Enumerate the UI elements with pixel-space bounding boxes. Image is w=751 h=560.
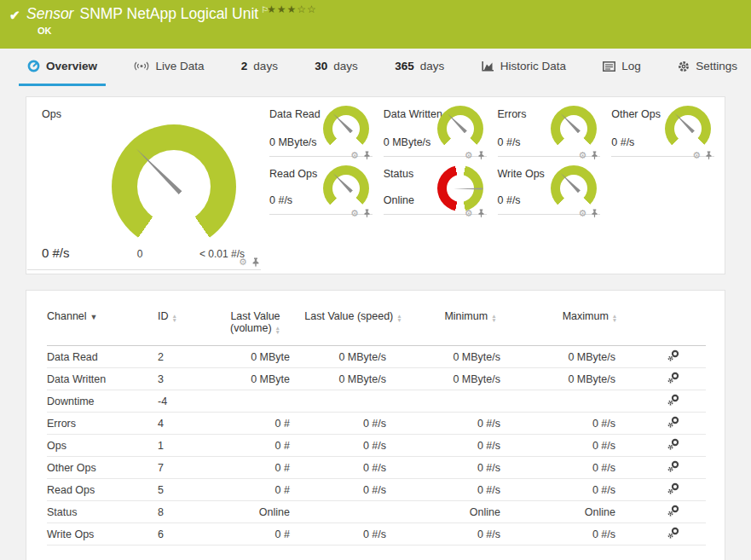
tab-365-days[interactable]: 365 days bbox=[386, 49, 453, 86]
cell-minimum: 0 #/s bbox=[407, 435, 534, 457]
pin-icon[interactable] bbox=[363, 209, 371, 218]
channel-settings-icon[interactable] bbox=[667, 482, 679, 494]
column-label: Last Value (volume) bbox=[230, 310, 280, 334]
cell-last-value-volume: 0 # bbox=[211, 523, 300, 546]
tab-label: Settings bbox=[696, 60, 737, 72]
cell-maximum bbox=[534, 390, 645, 413]
cell-channel[interactable]: Other Ops bbox=[47, 457, 158, 479]
cell-maximum: 0 #/s bbox=[534, 435, 645, 457]
gauge-ops: Ops 0 < 0.01 #/s 0 #/s ⚙ bbox=[26, 97, 261, 274]
column-label: ID bbox=[158, 310, 169, 322]
gear-icon[interactable]: ⚙ bbox=[239, 258, 247, 267]
column-header-id[interactable]: ID▲▼ bbox=[158, 291, 211, 346]
pin-icon[interactable] bbox=[477, 209, 485, 218]
cell-channel[interactable]: Downtime bbox=[47, 390, 158, 413]
table-row[interactable]: Data Read 2 0 MByte 0 MByte/s 0 MByte/s … bbox=[47, 346, 706, 368]
cell-channel[interactable]: Status bbox=[47, 501, 158, 523]
cell-id: 4 bbox=[158, 413, 211, 435]
gear-icon[interactable]: ⚙ bbox=[350, 210, 359, 218]
empty-cell bbox=[611, 157, 714, 215]
table-row[interactable]: Downtime -4 bbox=[47, 390, 706, 413]
tab-30-days[interactable]: 30 days bbox=[306, 49, 367, 86]
sort-icon: ▲▼ bbox=[612, 314, 617, 322]
priority-stars[interactable]: ★★★☆☆ bbox=[267, 3, 317, 15]
page-title: SensorSNMP NetApp Logical Unit⚐ bbox=[26, 5, 269, 23]
channel-settings-icon[interactable] bbox=[667, 372, 679, 384]
table-row[interactable]: Read Ops 5 0 # 0 #/s 0 #/s 0 #/s bbox=[47, 479, 706, 501]
channel-settings-icon[interactable] bbox=[667, 416, 679, 428]
column-label: Last Value (speed) bbox=[304, 310, 393, 322]
stars-empty: ☆☆ bbox=[297, 3, 317, 15]
tab-overview[interactable]: Overview bbox=[19, 49, 106, 86]
cell-minimum: 0 #/s bbox=[407, 523, 534, 546]
gauge-icon bbox=[27, 60, 40, 72]
tab-log[interactable]: Log bbox=[594, 49, 650, 86]
channel-settings-icon[interactable] bbox=[667, 394, 679, 406]
check-icon: ✔ bbox=[9, 8, 20, 23]
cell-maximum: 0 #/s bbox=[534, 457, 645, 479]
column-header-last-value-speed[interactable]: Last Value (speed)▲▼ bbox=[300, 291, 407, 346]
column-label: Channel bbox=[47, 310, 87, 322]
cell-id: -4 bbox=[158, 390, 211, 413]
gauges-panel: Ops 0 < 0.01 #/s 0 #/s ⚙ Data Read 0 MBy… bbox=[26, 96, 725, 274]
cell-maximum: 0 MByte/s bbox=[534, 368, 645, 390]
object-kind-label: Sensor bbox=[26, 5, 73, 22]
cell-id: 7 bbox=[158, 457, 211, 479]
status-badge: OK bbox=[38, 26, 52, 36]
tab-number: 2 bbox=[241, 60, 248, 72]
cell-minimum bbox=[407, 390, 534, 413]
tab-historic-data[interactable]: Historic Data bbox=[473, 49, 575, 86]
cell-channel[interactable]: Errors bbox=[47, 413, 158, 435]
table-row[interactable]: Data Written 3 0 MByte 0 MByte/s 0 MByte… bbox=[47, 368, 706, 390]
channel-settings-icon[interactable] bbox=[667, 505, 679, 517]
channel-settings-icon[interactable] bbox=[667, 438, 679, 450]
tab-settings[interactable]: Settings bbox=[669, 49, 746, 86]
table-row[interactable]: Ops 1 0 # 0 #/s 0 #/s 0 #/s bbox=[47, 435, 706, 457]
gauge-read-ops: Read Ops 0 #/s ⚙ bbox=[269, 157, 373, 215]
pin-icon[interactable] bbox=[251, 257, 260, 268]
gauge-status: Status Online ⚙ bbox=[384, 157, 487, 215]
cell-id: 8 bbox=[158, 501, 211, 523]
column-header-maximum[interactable]: Maximum▲▼ bbox=[534, 291, 645, 346]
cell-minimum: Online bbox=[407, 501, 534, 523]
channel-settings-icon[interactable] bbox=[667, 527, 679, 539]
cell-last-value-volume: 0 # bbox=[211, 457, 300, 479]
gear-icon[interactable]: ⚙ bbox=[578, 210, 586, 218]
table-row[interactable]: Status 8 Online Online Online bbox=[47, 501, 706, 523]
cell-channel[interactable]: Write Ops bbox=[47, 523, 158, 546]
tab-label: Live Data bbox=[155, 60, 204, 72]
cell-channel[interactable]: Ops bbox=[47, 435, 158, 457]
column-header-minimum[interactable]: Minimum▲▼ bbox=[407, 291, 534, 346]
gauge-value: 0 MByte/s bbox=[269, 136, 317, 148]
table-row[interactable]: Other Ops 7 0 # 0 #/s 0 #/s 0 #/s bbox=[47, 457, 706, 479]
sort-icon: ▲▼ bbox=[491, 314, 496, 322]
table-row[interactable]: Write Ops 6 0 # 0 #/s 0 #/s 0 #/s bbox=[47, 523, 706, 546]
gauge-other-ops: Other Ops 0 #/s ⚙ bbox=[611, 97, 714, 157]
cell-maximum: 0 #/s bbox=[534, 413, 645, 435]
pin-icon[interactable] bbox=[591, 209, 598, 218]
gauge-ring bbox=[437, 106, 483, 152]
column-header-channel[interactable]: Channel▼ bbox=[47, 291, 158, 346]
cell-last-value-speed bbox=[300, 390, 407, 413]
channel-settings-icon[interactable] bbox=[667, 349, 679, 361]
tab-live-data[interactable]: Live Data bbox=[125, 49, 212, 86]
cell-channel[interactable]: Data Read bbox=[47, 346, 158, 368]
gauge-value: Online bbox=[384, 194, 414, 206]
sort-icon: ▲▼ bbox=[396, 314, 401, 322]
cell-last-value-speed bbox=[300, 501, 407, 523]
channel-settings-icon[interactable] bbox=[667, 460, 679, 472]
cell-last-value-volume: Online bbox=[211, 501, 300, 523]
gauge-ring bbox=[551, 106, 597, 152]
tab-2-days[interactable]: 2 days bbox=[233, 49, 286, 86]
cell-minimum: 0 MByte/s bbox=[407, 368, 534, 390]
gauge-value: 0 #/s bbox=[269, 194, 292, 206]
cell-last-value-speed: 0 #/s bbox=[300, 457, 407, 479]
gauge-data-written: Data Written 0 MByte/s ⚙ bbox=[384, 97, 487, 157]
cell-id: 1 bbox=[158, 435, 211, 457]
column-header-last-value-volume[interactable]: Last Value (volume)▲▼ bbox=[211, 291, 300, 346]
cell-channel[interactable]: Read Ops bbox=[47, 479, 158, 501]
table-row[interactable]: Errors 4 0 # 0 #/s 0 #/s 0 #/s bbox=[47, 413, 706, 435]
cell-channel[interactable]: Data Written bbox=[47, 368, 158, 390]
cell-last-value-speed: 0 #/s bbox=[300, 479, 407, 501]
gear-icon[interactable]: ⚙ bbox=[465, 210, 473, 218]
